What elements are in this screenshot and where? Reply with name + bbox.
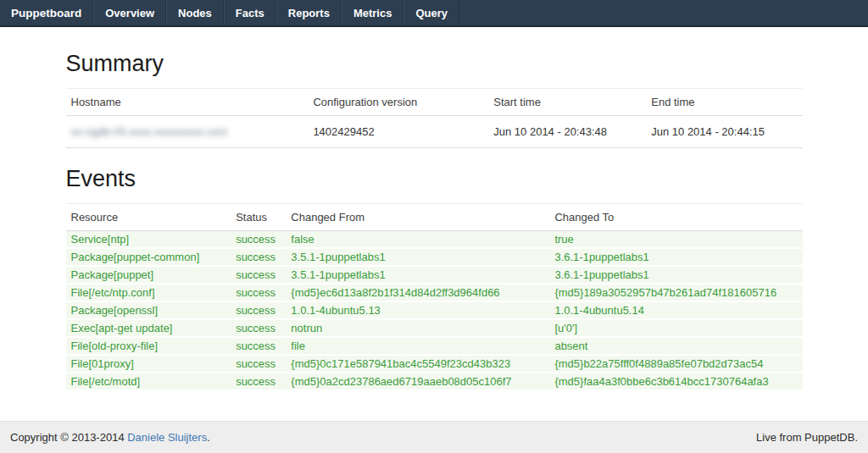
- events-col-status: Status: [231, 204, 286, 231]
- event-row: Package[openssl] success 1.0.1-4ubuntu5.…: [66, 301, 803, 319]
- brand-puppetboard[interactable]: Puppetboard: [0, 0, 93, 25]
- copyright-text: Copyright © 2013-2014 Daniele Sluijters.: [10, 431, 210, 444]
- event-row: Package[puppet-common] success 3.5.1-1pu…: [66, 248, 803, 266]
- nav-item[interactable]: Metrics: [342, 0, 404, 25]
- puppetdb-status: Live from PuppetDB.: [756, 431, 858, 444]
- copyright-suffix: .: [207, 431, 210, 444]
- event-changed-to: [u'0']: [549, 319, 802, 337]
- event-resource: Package[puppet-common]: [66, 248, 231, 266]
- nav-item-link[interactable]: Reports: [276, 0, 342, 25]
- nav-item[interactable]: Facts: [224, 0, 276, 25]
- event-status: success: [231, 319, 286, 337]
- nav-item-link[interactable]: Metrics: [342, 0, 404, 25]
- event-resource: File[old-proxy-file]: [66, 337, 231, 355]
- event-resource: Service[ntp]: [66, 231, 231, 249]
- event-row: File[old-proxy-file] success file absent: [66, 337, 803, 355]
- event-resource: File[/etc/motd]: [66, 373, 231, 390]
- summary-col-end-time: End time: [646, 89, 802, 116]
- event-row: Package[puppet] success 3.5.1-1puppetlab…: [66, 266, 803, 284]
- nav-item-link[interactable]: Query: [403, 0, 459, 25]
- event-changed-from: 1.0.1-4ubuntu5.13: [286, 301, 549, 319]
- events-col-resource: Resource: [66, 204, 231, 231]
- event-changed-from: {md5}0a2cd23786aed6719aaeb08d05c106f7: [286, 373, 549, 390]
- nav-item-link[interactable]: Overview: [93, 0, 166, 25]
- footer: Copyright © 2013-2014 Daniele Sluijters.…: [0, 421, 868, 453]
- event-changed-to: absent: [549, 337, 802, 355]
- summary-col-start-time: Start time: [488, 89, 646, 116]
- event-status: success: [231, 373, 286, 390]
- event-status: success: [231, 337, 286, 355]
- summary-start-time: Jun 10 2014 - 20:43:48: [488, 116, 646, 148]
- event-changed-to: {md5}b22a75fff0f4889a85fe07bd2d73ac54: [549, 355, 802, 373]
- summary-row: xx-ngdb-05.xxxx.xxxxxxxxx.com 1402429452…: [66, 116, 803, 148]
- nav-item-link[interactable]: Facts: [224, 0, 276, 25]
- nav-items: Overview Nodes Facts Reports Metrics Que…: [93, 0, 459, 25]
- nav-item[interactable]: Reports: [276, 0, 342, 25]
- event-resource: File[01proxy]: [66, 355, 231, 373]
- event-row: Exec[apt-get update] success notrun [u'0…: [66, 319, 803, 337]
- navbar: Puppetboard Overview Nodes Facts Reports…: [0, 0, 868, 27]
- event-changed-from: false: [286, 231, 549, 249]
- event-changed-from: file: [286, 337, 549, 355]
- hostname-link-redacted[interactable]: xx-ngdb-05.xxxx.xxxxxxxxx.com: [71, 125, 228, 138]
- event-row: File[/etc/ntp.conf] success {md5}ec6d13a…: [66, 284, 803, 301]
- events-table: Resource Status Changed From Changed To …: [66, 203, 803, 391]
- event-changed-to: 3.6.1-1puppetlabs1: [549, 266, 802, 284]
- copyright-prefix: Copyright © 2013-2014: [10, 431, 127, 444]
- event-row: Service[ntp] success false true: [66, 231, 803, 249]
- event-changed-to: {md5}189a3052957b47b261ad74f181605716: [549, 284, 802, 301]
- event-changed-from: 3.5.1-1puppetlabs1: [286, 266, 549, 284]
- event-changed-from: {md5}ec6d13a8f2b1f314d84d2ff3d964fd66: [286, 284, 549, 301]
- event-status: success: [231, 355, 286, 373]
- author-link[interactable]: Daniele Sluijters: [127, 431, 207, 444]
- main-content: Summary Hostname Configuration version S…: [66, 51, 803, 391]
- events-col-changed-to: Changed To: [549, 204, 802, 231]
- event-status: success: [231, 284, 286, 301]
- nav-item[interactable]: Query: [403, 0, 459, 25]
- event-status: success: [231, 231, 286, 249]
- event-resource: Package[puppet]: [66, 266, 231, 284]
- event-changed-to: true: [549, 231, 802, 249]
- summary-hostname-cell: xx-ngdb-05.xxxx.xxxxxxxxx.com: [66, 116, 309, 148]
- summary-title: Summary: [66, 51, 803, 77]
- nav-item[interactable]: Nodes: [166, 0, 224, 25]
- event-changed-to: 1.0.1-4ubuntu5.14: [549, 301, 802, 319]
- events-rows: Service[ntp] success false true Package[…: [66, 231, 803, 391]
- events-header-row: Resource Status Changed From Changed To: [66, 204, 803, 231]
- event-row: File[/etc/motd] success {md5}0a2cd23786a…: [66, 373, 803, 390]
- event-status: success: [231, 266, 286, 284]
- event-resource: Package[openssl]: [66, 301, 231, 319]
- summary-col-hostname: Hostname: [66, 89, 309, 116]
- summary-table: Hostname Configuration version Start tim…: [66, 88, 803, 148]
- summary-configuration-version: 1402429452: [308, 116, 488, 148]
- summary-end-time: Jun 10 2014 - 20:44:15: [646, 116, 802, 148]
- event-changed-from: {md5}0c171e587941bac4c5549f23cd43b323: [286, 355, 549, 373]
- nav-item-link[interactable]: Nodes: [166, 0, 224, 25]
- event-changed-to: 3.6.1-1puppetlabs1: [549, 248, 802, 266]
- event-status: success: [231, 248, 286, 266]
- summary-col-configuration-version: Configuration version: [308, 89, 488, 116]
- event-status: success: [231, 301, 286, 319]
- event-changed-to: {md5}faa4a3f0bbe6c3b614bcc1730764afa3: [549, 373, 802, 390]
- event-row: File[01proxy] success {md5}0c171e587941b…: [66, 355, 803, 373]
- event-changed-from: 3.5.1-1puppetlabs1: [286, 248, 549, 266]
- event-changed-from: notrun: [286, 319, 549, 337]
- event-resource: Exec[apt-get update]: [66, 319, 231, 337]
- nav-item[interactable]: Overview: [93, 0, 166, 25]
- event-resource: File[/etc/ntp.conf]: [66, 284, 231, 301]
- summary-header-row: Hostname Configuration version Start tim…: [66, 89, 803, 116]
- events-title: Events: [66, 166, 803, 192]
- events-col-changed-from: Changed From: [286, 204, 549, 231]
